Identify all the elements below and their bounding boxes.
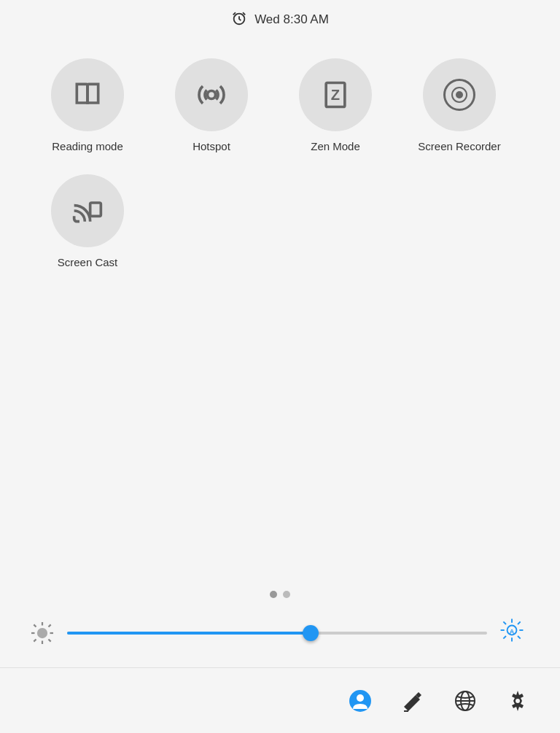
book-icon	[71, 79, 104, 111]
svg-text:Z: Z	[331, 87, 340, 103]
user-profile-button[interactable]	[347, 688, 373, 714]
record-icon	[443, 79, 475, 111]
tile-label-reading-mode: Reading mode	[52, 140, 123, 152]
settings-button[interactable]	[505, 688, 531, 714]
bottom-nav	[0, 667, 560, 733]
svg-point-5	[38, 629, 47, 637]
tile-circle-hotspot[interactable]	[175, 58, 248, 131]
pagination-dot-2	[283, 591, 290, 598]
tile-circle-zen-mode[interactable]: Z	[299, 58, 372, 131]
svg-line-21	[503, 636, 506, 639]
tile-label-screen-cast: Screen Cast	[58, 256, 118, 268]
svg-point-31	[515, 698, 521, 704]
svg-point-1	[208, 91, 216, 99]
tiles-container: Reading mode Hotspot Z	[0, 36, 560, 268]
brightness-slider[interactable]	[67, 632, 487, 635]
tile-circle-screen-cast[interactable]	[51, 174, 124, 247]
tile-zen-mode[interactable]: Z Zen Mode	[277, 58, 394, 152]
svg-line-11	[48, 639, 50, 641]
record-dot	[456, 91, 463, 98]
brightness-slider-fill	[67, 632, 311, 635]
svg-line-22	[518, 621, 521, 624]
edit-button[interactable]	[400, 688, 426, 714]
tile-screen-cast[interactable]: Screen Cast	[29, 174, 146, 268]
tile-label-zen-mode: Zen Mode	[311, 140, 360, 152]
globe-button[interactable]	[452, 688, 478, 714]
tile-label-screen-recorder: Screen Recorder	[418, 140, 500, 152]
tile-hotspot[interactable]: Hotspot	[153, 58, 270, 152]
tile-reading-mode[interactable]: Reading mode	[29, 58, 146, 152]
zen-icon: Z	[319, 79, 351, 111]
pagination	[0, 591, 560, 598]
cast-icon	[71, 195, 104, 227]
brightness-low-icon	[29, 620, 55, 646]
brightness-row: A	[0, 617, 560, 649]
svg-rect-4	[90, 203, 101, 216]
svg-line-20	[518, 636, 521, 639]
svg-point-25	[357, 694, 364, 702]
record-icon-inner	[451, 87, 467, 103]
pagination-dot-1	[270, 591, 277, 598]
status-bar: Wed 8:30 AM	[0, 0, 560, 36]
svg-line-19	[503, 621, 506, 624]
tile-screen-recorder[interactable]: Screen Recorder	[401, 58, 518, 152]
hotspot-icon	[195, 79, 228, 111]
svg-line-13	[48, 624, 50, 627]
tiles-row-1: Reading mode Hotspot Z	[29, 58, 531, 152]
svg-text:A: A	[510, 628, 515, 635]
status-time: Wed 8:30 AM	[254, 12, 329, 27]
tile-circle-screen-recorder[interactable]	[423, 58, 496, 131]
tile-circle-reading-mode[interactable]	[51, 58, 124, 131]
tile-label-hotspot: Hotspot	[192, 140, 230, 152]
svg-line-12	[34, 639, 36, 641]
svg-line-10	[34, 624, 36, 627]
tiles-row-2: Screen Cast	[29, 174, 531, 268]
brightness-auto-icon: A	[499, 617, 531, 649]
brightness-slider-thumb[interactable]	[303, 625, 319, 641]
alarm-icon	[231, 10, 247, 29]
